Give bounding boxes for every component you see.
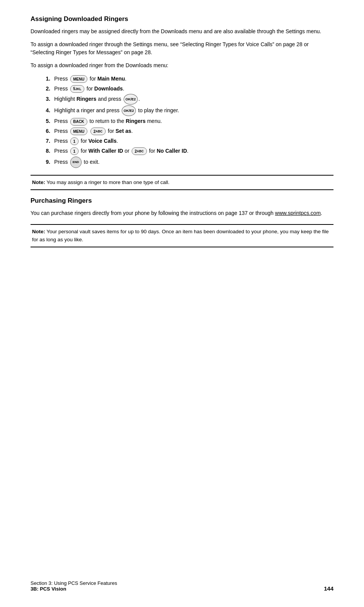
step-7: 7. Press 1 for Voice Calls. bbox=[46, 137, 333, 146]
step-3-num: 3. bbox=[46, 95, 53, 104]
step-1-content: Press MENU for Main Menu. bbox=[54, 74, 127, 84]
step-5-num: 5. bbox=[46, 117, 53, 126]
step-7-content: Press 1 for Voice Calls. bbox=[54, 137, 118, 146]
step-2-num: 2. bbox=[46, 84, 53, 94]
section1-para1: Downloaded ringers may be assigned direc… bbox=[31, 27, 333, 36]
section1-para2: To assign a downloaded ringer through th… bbox=[31, 40, 333, 57]
section1-title: Assigning Downloaded Ringers bbox=[31, 15, 333, 23]
note1-text: You may assign a ringer to more than one… bbox=[47, 179, 169, 185]
end-key: END bbox=[70, 157, 82, 168]
note2-box: Note: Your personal vault saves items fo… bbox=[31, 224, 333, 247]
menu-key-2: MENU bbox=[70, 128, 87, 135]
chapter-label: 3B: PCS Vision bbox=[31, 586, 117, 592]
step-9-content: Press END to exit. bbox=[54, 157, 100, 168]
2abc-key-2: 2ABC bbox=[132, 147, 147, 155]
1-key-1: 1 bbox=[70, 137, 79, 145]
note1-label: Note: bbox=[32, 179, 45, 185]
step-1-num: 1. bbox=[46, 74, 53, 84]
step-6-num: 6. bbox=[46, 127, 53, 136]
step-3: 3. Highlight Ringers and press OK/E2. bbox=[46, 94, 333, 105]
ok-key-1: OK/E2 bbox=[124, 94, 138, 105]
menu-key: MENU bbox=[70, 75, 87, 83]
step-6-content: Press MENU 2ABC for Set as. bbox=[54, 127, 133, 136]
page: Assigning Downloaded Ringers Downloaded … bbox=[0, 0, 364, 607]
page-footer: Section 3: Using PCS Service Features 3B… bbox=[31, 580, 333, 592]
step-2-content: Press 5JKL for Downloads. bbox=[54, 84, 124, 94]
note1-box: Note: You may assign a ringer to more th… bbox=[31, 175, 333, 190]
step-5-content: Press BACK to return to the Ringers menu… bbox=[54, 117, 162, 126]
step-8-num: 8. bbox=[46, 147, 53, 156]
sprint-link[interactable]: www.sprintpcs.com bbox=[275, 210, 321, 216]
section2-para1: You can purchase ringers directly from y… bbox=[31, 209, 333, 218]
steps-list: 1. Press MENU for Main Menu. 2. Press 5J… bbox=[46, 74, 333, 168]
step-4-num: 4. bbox=[46, 106, 53, 115]
ok-key-2: OK/E2 bbox=[122, 105, 136, 116]
step-7-num: 7. bbox=[46, 137, 53, 146]
footer-left: Section 3: Using PCS Service Features 3B… bbox=[31, 580, 117, 592]
step-9-num: 9. bbox=[46, 158, 53, 167]
note2-label: Note: bbox=[32, 229, 45, 234]
1-key-2: 1 bbox=[70, 147, 79, 155]
step-1: 1. Press MENU for Main Menu. bbox=[46, 74, 333, 84]
section1-para3: To assign a downloaded ringer from the D… bbox=[31, 61, 333, 70]
2abc-key-1: 2ABC bbox=[90, 128, 106, 135]
step-3-content: Highlight Ringers and press OK/E2. bbox=[54, 94, 140, 105]
step-9: 9. Press END to exit. bbox=[46, 157, 333, 168]
note2-text: Your personal vault saves items for up t… bbox=[32, 229, 329, 242]
page-number: 144 bbox=[324, 585, 333, 592]
step-6: 6. Press MENU 2ABC for Set as. bbox=[46, 127, 333, 136]
5jkl-key: 5JKL bbox=[70, 85, 84, 93]
step-4: 4. Highlight a ringer and press OK/E2 to… bbox=[46, 105, 333, 116]
step-5: 5. Press BACK to return to the Ringers m… bbox=[46, 117, 333, 126]
back-key: BACK bbox=[70, 118, 87, 126]
step-8-content: Press 1 for With Caller ID or 2ABC for N… bbox=[54, 147, 188, 156]
step-8: 8. Press 1 for With Caller ID or 2ABC fo… bbox=[46, 147, 333, 156]
section2-title: Purchasing Ringers bbox=[31, 197, 333, 205]
step-4-content: Highlight a ringer and press OK/E2 to pl… bbox=[54, 105, 179, 116]
section-label: Section 3: Using PCS Service Features bbox=[31, 580, 117, 586]
step-2: 2. Press 5JKL for Downloads. bbox=[46, 84, 333, 94]
